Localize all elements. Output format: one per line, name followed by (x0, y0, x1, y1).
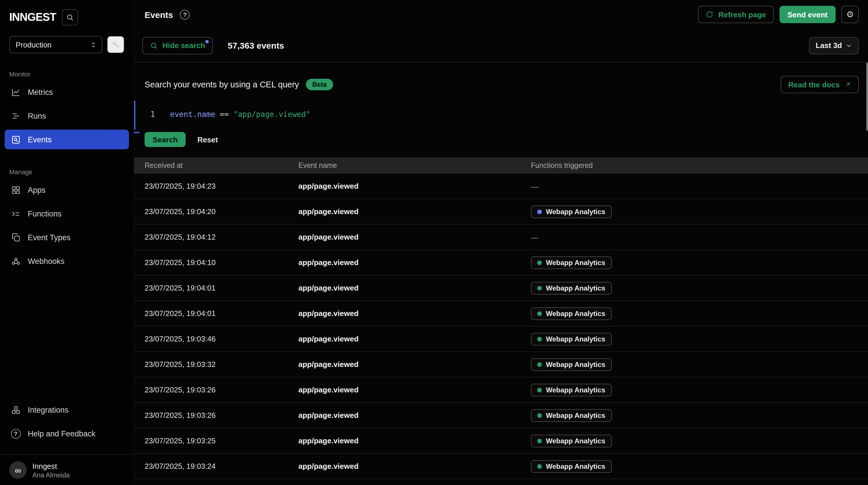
sidebar-item-event-types[interactable]: Event Types (5, 227, 129, 247)
events-count: 57,363 events (227, 40, 284, 50)
function-badge[interactable]: Webapp Analytics (531, 409, 612, 422)
sidebar-item-webhooks[interactable]: Webhooks (5, 251, 129, 271)
cel-search-panel-header: Search your events by using a CEL query … (145, 77, 859, 93)
sidebar: INNGEST Production Monitor (0, 0, 134, 485)
cell-event-name: app/page.viewed (299, 462, 531, 470)
environment-row: Production (0, 36, 133, 53)
inngest-avatar-icon: ∞ (9, 461, 27, 479)
events-toolbar: Hide search 57,363 events Last 3d (134, 29, 868, 62)
function-badge[interactable]: Webapp Analytics (531, 256, 612, 269)
sidebar-item-label: Runs (28, 111, 46, 120)
page-header: Events ? Refresh page Send event ⚙ (134, 0, 868, 29)
sidebar-search-button[interactable] (62, 9, 78, 26)
cell-received-at: 23/07/2025, 19:04:01 (145, 309, 299, 318)
page-title: Events (145, 9, 173, 19)
sidebar-item-help-feedback[interactable]: ? Help and Feedback (5, 424, 129, 443)
cell-received-at: 23/07/2025, 19:03:25 (145, 436, 299, 445)
function-status-dot (537, 337, 542, 341)
sidebar-item-functions[interactable]: Functions (5, 204, 129, 223)
key-icon (111, 40, 120, 49)
table-row[interactable]: 23/07/2025, 19:03:25 app/page.viewed Web… (134, 428, 868, 454)
sidebar-item-runs[interactable]: Runs (5, 106, 129, 125)
function-badge[interactable]: Webapp Analytics (531, 307, 612, 320)
sidebar-item-label: Functions (28, 209, 62, 218)
sidebar-item-apps[interactable]: Apps (5, 180, 129, 200)
sidebar-item-integrations[interactable]: Integrations (5, 400, 129, 420)
cel-query-editor[interactable]: 1 event.name == "app/page.viewed" (145, 103, 859, 125)
cell-functions-triggered: Webapp Analytics (531, 383, 868, 396)
function-status-dot (537, 413, 542, 418)
user-org: Inngest (32, 462, 70, 470)
cell-functions-triggered: Webapp Analytics (531, 256, 868, 269)
user-profile[interactable]: ∞ Inngest Ana Almeida (0, 454, 133, 485)
table-row[interactable]: 23/07/2025, 19:04:01 app/page.viewed Web… (134, 301, 868, 326)
signing-key-button[interactable] (107, 36, 124, 53)
hide-search-button[interactable]: Hide search (142, 37, 213, 54)
table-row[interactable]: 23/07/2025, 19:04:20 app/page.viewed Web… (134, 199, 868, 225)
function-badge[interactable]: Webapp Analytics (531, 205, 612, 218)
cell-event-name: app/page.viewed (299, 335, 531, 343)
table-row[interactable]: 23/07/2025, 19:03:32 app/page.viewed Web… (134, 352, 868, 377)
table-row[interactable]: 23/07/2025, 19:04:01 app/page.viewed Web… (134, 276, 868, 301)
column-received-at: Received at (145, 162, 299, 170)
function-badge[interactable]: Webapp Analytics (531, 383, 612, 396)
cell-received-at: 23/07/2025, 19:04:01 (145, 284, 299, 292)
table-row[interactable]: 23/07/2025, 19:03:24 app/page.viewed Web… (134, 454, 868, 479)
table-row[interactable]: 23/07/2025, 19:03:46 app/page.viewed Web… (134, 326, 868, 352)
sidebar-item-label: Metrics (28, 88, 53, 96)
cell-functions-triggered: — (531, 181, 868, 191)
cel-query-code[interactable]: event.name == "app/page.viewed" (170, 110, 310, 118)
code-token-string: "app/page.viewed" (233, 110, 310, 118)
function-badge[interactable]: Webapp Analytics (531, 333, 612, 345)
function-status-dot (537, 464, 542, 468)
search-submit-button[interactable]: Search (145, 132, 186, 147)
no-function-dash: — (531, 233, 538, 241)
cell-event-name: app/page.viewed (299, 436, 531, 445)
refresh-icon (706, 10, 714, 19)
cell-received-at: 23/07/2025, 19:03:26 (145, 411, 299, 420)
table-row[interactable]: 23/07/2025, 19:04:12 app/page.viewed — (134, 225, 868, 250)
table-row[interactable]: 23/07/2025, 19:03:26 app/page.viewed Web… (134, 377, 868, 403)
cell-functions-triggered: Webapp Analytics (531, 460, 868, 473)
cell-received-at: 23/07/2025, 19:04:23 (145, 182, 299, 191)
table-row[interactable]: 23/07/2025, 19:03:23 app/page.viewed Web… (134, 479, 868, 485)
function-status-dot (537, 260, 542, 265)
main-content: Events ? Refresh page Send event ⚙ (134, 0, 868, 485)
events-icon (10, 134, 21, 145)
environment-selector[interactable]: Production (9, 36, 102, 53)
cel-search-title: Search your events by using a CEL query (145, 80, 299, 89)
read-the-docs-button[interactable]: Read the docs (781, 76, 859, 93)
table-row[interactable]: 23/07/2025, 19:04:10 app/page.viewed Web… (134, 250, 868, 276)
reset-button[interactable]: Reset (194, 135, 221, 144)
scrollbar-thumb[interactable] (866, 62, 868, 131)
integrations-icon (10, 404, 21, 415)
function-badge[interactable]: Webapp Analytics (531, 358, 612, 371)
arrow-up-right-icon (844, 81, 851, 88)
sidebar-section-monitor: Monitor (9, 70, 124, 78)
function-badge-label: Webapp Analytics (546, 207, 605, 216)
cell-received-at: 23/07/2025, 19:04:20 (145, 207, 299, 216)
function-badge-label: Webapp Analytics (546, 411, 605, 419)
table-row[interactable]: 23/07/2025, 19:04:23 app/page.viewed — (134, 174, 868, 199)
sidebar-spacer (0, 275, 133, 400)
sidebar-section-manage: Manage (9, 168, 124, 175)
refresh-page-button[interactable]: Refresh page (698, 6, 774, 23)
editor-line-number: 1 (145, 110, 161, 118)
events-table-header: Received at Event name Functions trigger… (134, 158, 868, 174)
page-help-icon[interactable]: ? (180, 9, 190, 19)
function-badge[interactable]: Webapp Analytics (531, 282, 612, 294)
sidebar-item-metrics[interactable]: Metrics (5, 82, 129, 102)
cell-functions-triggered: Webapp Analytics (531, 333, 868, 345)
time-range-selector[interactable]: Last 3d (809, 37, 859, 54)
cell-event-name: app/page.viewed (299, 309, 531, 318)
function-badge-label: Webapp Analytics (546, 360, 605, 368)
sidebar-item-events[interactable]: Events (5, 130, 129, 149)
settings-button[interactable]: ⚙ (841, 6, 859, 23)
editor-focus-accent (134, 101, 135, 130)
function-badge[interactable]: Webapp Analytics (531, 460, 612, 473)
help-icon: ? (10, 428, 21, 439)
function-badge[interactable]: Webapp Analytics (531, 434, 612, 447)
table-row[interactable]: 23/07/2025, 19:03:26 app/page.viewed Web… (134, 403, 868, 428)
send-event-button[interactable]: Send event (779, 6, 836, 23)
metrics-icon (10, 87, 21, 97)
